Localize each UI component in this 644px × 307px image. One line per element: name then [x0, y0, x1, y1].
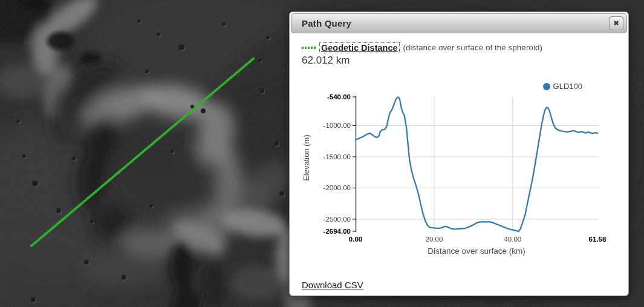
- geodetic-distance-value: 62.012 km: [302, 54, 620, 67]
- x-axis-title: Distance over surface (km): [356, 246, 597, 256]
- legend-dot-icon: [543, 83, 550, 90]
- x-tick-label: 40.00: [504, 236, 521, 243]
- y-tick-label: -2694.00: [324, 228, 351, 235]
- y-tick-label: -2000.00: [324, 184, 351, 191]
- dialog-title: Path Query: [291, 18, 351, 28]
- chart-legend: GLD100: [543, 82, 582, 91]
- path-query-dialog: Path Query ✖ Geodetic Distance (distance…: [289, 12, 629, 296]
- download-row: Download CSV: [302, 280, 620, 291]
- geodetic-distance-note: (distance over surface of the spheroid): [403, 43, 542, 52]
- close-icon[interactable]: ✖: [609, 16, 623, 30]
- geodetic-distance-row: Geodetic Distance (distance over surface…: [302, 42, 620, 53]
- elevation-chart-plot: -540.00-1000.00-1500.00-2000.00-2500.00-…: [298, 76, 613, 258]
- y-axis-title: Elevation (m): [302, 116, 311, 200]
- path-dots-icon: [302, 47, 316, 49]
- elevation-chart: -540.00-1000.00-1500.00-2000.00-2500.00-…: [298, 76, 613, 258]
- y-tick-label: -540.00: [327, 93, 351, 101]
- x-tick-label: 0.00: [349, 236, 362, 243]
- download-csv-link[interactable]: Download CSV: [302, 280, 363, 290]
- x-tick-label: 20.00: [426, 236, 443, 243]
- dialog-body: Geodetic Distance (distance over surface…: [291, 33, 627, 294]
- x-tick-label: 61.58: [589, 236, 607, 243]
- elevation-profile-line: [356, 97, 597, 231]
- y-tick-label: -1000.00: [324, 122, 351, 129]
- y-tick-label: -2500.00: [324, 216, 351, 223]
- geodetic-distance-link[interactable]: Geodetic Distance: [320, 43, 399, 53]
- app-stage: Path Query ✖ Geodetic Distance (distance…: [0, 0, 644, 307]
- y-tick-label: -1500.00: [324, 153, 351, 160]
- legend-label: GLD100: [553, 82, 582, 91]
- dialog-titlebar[interactable]: Path Query ✖: [291, 13, 627, 33]
